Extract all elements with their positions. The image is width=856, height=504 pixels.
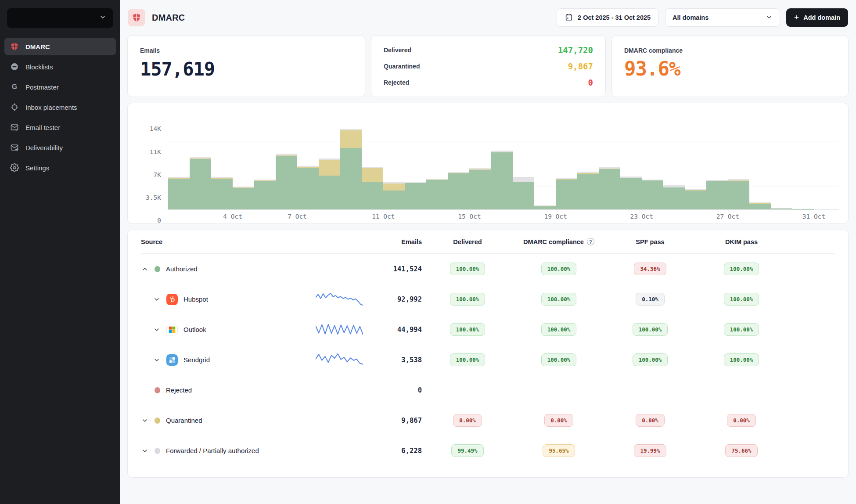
col-header-dmarc-compliance: DMARC compliance? xyxy=(523,238,594,245)
source-cell: Sendgrid xyxy=(141,354,295,366)
bar-8-oct[interactable] xyxy=(297,112,319,209)
bar-30-oct[interactable] xyxy=(771,112,792,209)
bar-16-oct[interactable] xyxy=(469,112,491,209)
volume-chart-card: 03.5K7K11K14K 4 Oct7 Oct11 Oct15 Oct19 O… xyxy=(127,103,849,224)
bar-12-oct[interactable] xyxy=(383,112,405,209)
chart-bars xyxy=(168,112,814,209)
bar-11-oct[interactable] xyxy=(362,112,383,209)
bar-13-oct[interactable] xyxy=(405,112,426,209)
bar-28-oct[interactable] xyxy=(728,112,749,209)
sidebar-item-email-tester[interactable]: Email tester xyxy=(4,119,116,136)
bar-segment-delivered xyxy=(599,169,620,209)
expand-chevron-down-icon[interactable] xyxy=(153,356,161,364)
sidebar-item-settings[interactable]: Settings xyxy=(4,159,116,176)
bar-20-oct[interactable] xyxy=(556,112,577,209)
sidebar-item-label: DMARC xyxy=(25,43,50,50)
percent-badge: 95.65% xyxy=(543,444,575,457)
col-header-delivered: Delivered xyxy=(453,238,482,245)
bar-17-oct[interactable] xyxy=(491,112,512,209)
sparkline-hubspot xyxy=(295,289,363,310)
bar-segment-delivered xyxy=(319,176,340,209)
bar-segment-delivered xyxy=(534,206,556,209)
emails-stat-card: Emails 157,619 xyxy=(127,35,365,97)
bar-segment-delivered xyxy=(383,191,405,209)
bar-segment-delivered xyxy=(254,181,276,209)
y-axis-tick-label: 14K xyxy=(150,125,161,132)
sidebar-item-inbox-placements[interactable]: Inbox placements xyxy=(4,98,116,116)
chevron-down-icon xyxy=(766,14,773,22)
bar-4-oct[interactable] xyxy=(211,112,233,209)
add-domain-button[interactable]: + Add domain xyxy=(786,8,848,27)
source-cell: Outlook xyxy=(141,324,295,335)
bar-22-oct[interactable] xyxy=(599,112,620,209)
percent-badge: 100.00% xyxy=(633,323,668,336)
emails-value: 44,994 xyxy=(397,326,422,334)
y-axis-tick-label: 11K xyxy=(150,148,161,155)
bar-19-oct[interactable] xyxy=(534,112,556,209)
source-label: Hubspot xyxy=(183,295,208,303)
bar-10-oct[interactable] xyxy=(340,112,362,209)
bar-14-oct[interactable] xyxy=(426,112,448,209)
percent-badge: 100.00% xyxy=(541,323,577,336)
bar-6-oct[interactable] xyxy=(254,112,276,209)
bar-3-oct[interactable] xyxy=(190,112,211,209)
bar-26-oct[interactable] xyxy=(685,112,706,209)
bar-segment-delivered xyxy=(685,191,706,209)
expand-chevron-up-icon[interactable] xyxy=(141,265,149,273)
bar-25-oct[interactable] xyxy=(663,112,685,209)
source-label: Quarantined xyxy=(166,417,202,424)
bar-24-oct[interactable] xyxy=(642,112,663,209)
x-axis-tick-label: 27 Oct xyxy=(716,213,739,220)
table-row-authorized: Authorized141,524100.00%100.00%34.36%100… xyxy=(141,254,835,284)
bar-segment-delivered xyxy=(448,173,469,209)
workspace-selector[interactable] xyxy=(7,8,113,28)
hubspot-logo-icon xyxy=(166,294,178,305)
percent-badge: 0.00% xyxy=(544,414,573,427)
blocklist-icon xyxy=(10,62,19,72)
date-range-picker[interactable]: 2 Oct 2025 - 31 Oct 2025 xyxy=(557,8,659,27)
bar-9-oct[interactable] xyxy=(319,112,340,209)
expand-chevron-down-icon[interactable] xyxy=(153,326,161,334)
table-row-sendgrid: Sendgrid3,538100.00%100.00%100.00%100.00… xyxy=(141,345,835,375)
bar-21-oct[interactable] xyxy=(577,112,599,209)
bar-2-oct[interactable] xyxy=(168,112,190,209)
bar-7-oct[interactable] xyxy=(276,112,297,209)
sidebar-item-blocklists[interactable]: Blocklists xyxy=(4,58,116,76)
bar-15-oct[interactable] xyxy=(448,112,469,209)
bar-27-oct[interactable] xyxy=(706,112,728,209)
main-area: DMARC 2 Oct 2025 - 31 Oct 2025 All domai… xyxy=(120,0,856,504)
sources-table-card: SourceEmailsDeliveredDMARC compliance?SP… xyxy=(127,230,849,478)
sidebar-item-deliverability[interactable]: Deliverability xyxy=(4,139,116,156)
percent-badge: 100.00% xyxy=(724,293,759,306)
bar-29-oct[interactable] xyxy=(749,112,771,209)
bar-31-oct[interactable] xyxy=(792,112,814,209)
col-header-emails: Emails xyxy=(401,238,422,245)
date-range-label: 2 Oct 2025 - 31 Oct 2025 xyxy=(578,14,651,21)
percent-badge: 100.00% xyxy=(541,263,577,275)
percent-badge: 100.00% xyxy=(724,353,759,366)
emails-stat-value: 157,619 xyxy=(140,58,352,80)
bar-segment-quarantined xyxy=(383,184,405,191)
emails-value: 9,867 xyxy=(401,417,422,425)
page-title: DMARC xyxy=(152,13,185,23)
bar-5-oct[interactable] xyxy=(233,112,254,209)
expand-chevron-down-icon[interactable] xyxy=(153,295,161,303)
expand-chevron-down-icon[interactable] xyxy=(141,447,149,455)
outcome-label: Delivered xyxy=(384,47,411,54)
outcome-row-rejected: Rejected0 xyxy=(384,78,593,87)
dmarc-shield-icon xyxy=(128,9,145,26)
sidebar-item-postmaster[interactable]: GPostmaster xyxy=(4,78,116,96)
sidebar-item-dmarc[interactable]: DMARC xyxy=(4,38,116,55)
gear-icon xyxy=(10,163,19,173)
bar-23-oct[interactable] xyxy=(620,112,642,209)
status-dot xyxy=(155,387,160,393)
help-icon[interactable]: ? xyxy=(587,238,594,245)
bar-segment-delivered xyxy=(556,180,577,209)
chart-x-axis: 4 Oct7 Oct11 Oct15 Oct19 Oct23 Oct27 Oct… xyxy=(168,209,814,221)
compliance-stat-card: DMARC compliance 93.6% xyxy=(611,35,849,97)
expand-chevron-down-icon[interactable] xyxy=(141,417,149,425)
bar-18-oct[interactable] xyxy=(513,112,534,209)
domain-filter-select[interactable]: All domains xyxy=(665,8,780,27)
outcome-value: 9,867 xyxy=(568,61,593,71)
percent-badge: 0.00% xyxy=(636,414,665,427)
